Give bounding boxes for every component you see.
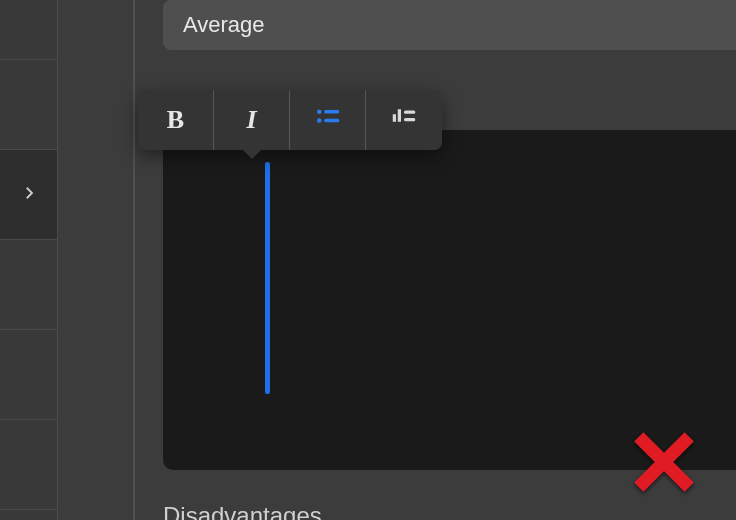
bullet-list-icon [313,103,343,137]
disadvantages-label: Disadvantages [163,502,322,520]
rating-select-value: Average [183,12,265,38]
rating-select[interactable]: Average [163,0,736,50]
text-caret [265,162,270,394]
svg-rect-3 [324,119,339,123]
svg-rect-4 [393,114,396,122]
svg-rect-7 [404,118,415,121]
rail-cell[interactable] [0,510,57,520]
svg-rect-6 [404,111,415,114]
rail-cell[interactable] [0,420,57,510]
rail-cell[interactable] [0,330,57,420]
close-icon [628,484,700,501]
left-rail [0,0,58,520]
bold-icon: B [167,105,184,135]
rail-cell[interactable] [0,0,57,60]
bold-button[interactable]: B [138,90,214,150]
rail-cell[interactable] [0,60,57,150]
advantages-editor[interactable] [163,130,736,470]
rail-expand-button[interactable] [0,150,57,240]
italic-button[interactable]: I [214,90,290,150]
svg-point-0 [317,110,322,115]
svg-point-2 [317,118,322,123]
checklist-icon [389,103,419,137]
italic-icon: I [246,105,256,135]
toolbar-pointer [242,149,262,159]
panel-divider [133,0,135,520]
close-button[interactable] [628,426,700,498]
svg-rect-1 [324,110,339,114]
format-toolbar: B I [138,90,442,150]
rail-cell[interactable] [0,240,57,330]
checklist-button[interactable] [366,90,442,150]
bullet-list-button[interactable] [290,90,366,150]
svg-rect-5 [398,109,401,122]
chevron-right-icon [20,184,38,206]
